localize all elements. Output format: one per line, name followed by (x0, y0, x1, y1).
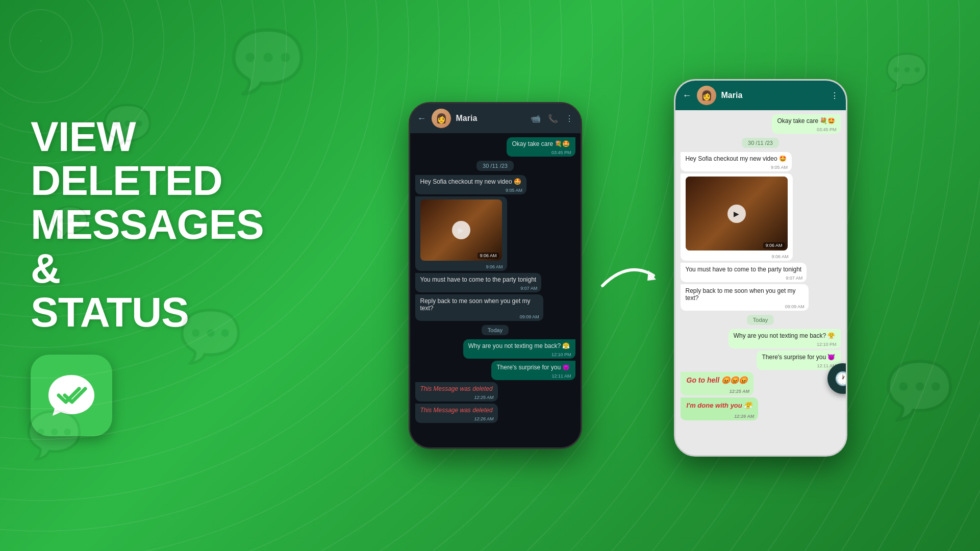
dark-msg-deleted-1: This Message was deleted 12:25 AM (415, 382, 498, 402)
light-header-icons: ⋮ (831, 91, 839, 101)
dark-today-badge: Today (482, 325, 509, 335)
light-video-duration: 9:06 AM (763, 242, 784, 248)
light-avatar: 👩 (697, 86, 716, 105)
light-video-msg: ▶ 9:06 AM 9:06 AM (681, 173, 793, 261)
light-menu-icon[interactable]: ⋮ (831, 91, 839, 101)
phones-section: ← 👩 Maria 📹 📞 ⋮ Okay take care 💐🤩 03:45 … (306, 94, 949, 457)
dark-header-icons: 📹 📞 ⋮ (531, 114, 573, 123)
light-msg-1: Okay take care 💐🤩 03:45 PM (772, 114, 840, 134)
dark-video-duration: 9:06 AM (478, 253, 498, 259)
light-msg-6: There's surprise for you 😈 12:11 AM (757, 350, 840, 370)
headline-line3: STATUS (31, 290, 286, 334)
light-date-badge: 30 /11 /23 (742, 138, 779, 148)
reveal-arrow (597, 255, 659, 296)
light-back-arrow[interactable]: ← (683, 90, 692, 101)
video-call-icon[interactable]: 📹 (531, 114, 541, 123)
dark-contact-name: Maria (456, 114, 525, 123)
light-msg-2: Hey Sofia checkout my new video 🤩 9:05 A… (681, 152, 792, 171)
headline: VIEW DELETED MESSAGES & STATUS (31, 115, 286, 334)
main-container: VIEW DELETED MESSAGES & STATUS ← 👩 Maria (0, 0, 980, 551)
light-msg-revealed-2: I'm done with you 😤 12:26 AM (681, 397, 759, 420)
dark-msg-1: Okay take care 💐🤩 03:45 PM (507, 137, 575, 157)
menu-icon[interactable]: ⋮ (565, 114, 573, 123)
light-play-btn[interactable]: ▶ (727, 205, 746, 223)
arrow-container (597, 255, 659, 296)
dark-chat-body: Okay take care 💐🤩 03:45 PM 30 /11 /23 He… (410, 133, 581, 447)
light-video-thumb[interactable]: ▶ 9:06 AM (686, 177, 788, 251)
dark-msg-2: Hey Sofia checkout my new video 🤩 9:05 A… (415, 175, 526, 194)
dark-msg-deleted-2: This Message was deleted 12:26 AM (415, 404, 498, 423)
dark-msg-6: There's surprise for you 😈 12:11 AM (491, 361, 575, 380)
light-msg-revealed-1: Go to hell 😡😡😡 12:25 AM (681, 372, 753, 395)
light-chat-body: Okay take care 💐🤩 03:45 PM 30 /11 /23 He… (675, 110, 846, 455)
light-today-badge: Today (747, 315, 774, 325)
headline-line2: MESSAGES & (31, 203, 286, 290)
light-msg-5: Why are you not texting me back? 😤 12:10… (728, 329, 841, 348)
phone-dark: ← 👩 Maria 📹 📞 ⋮ Okay take care 💐🤩 03:45 … (409, 102, 582, 449)
app-icon (31, 355, 112, 436)
light-msg-4: Reply back to me soon when you get my te… (681, 284, 809, 311)
light-chat-header: ← 👩 Maria ⋮ (675, 81, 846, 110)
headline-line1: VIEW DELETED (31, 115, 286, 203)
dark-back-arrow[interactable]: ← (417, 113, 426, 124)
dark-msg-5: Why are you not texting me back? 😤 12:10… (463, 339, 575, 359)
app-icon-svg (43, 367, 99, 423)
dark-video-thumb[interactable]: ▶ 9:06 AM (420, 199, 502, 261)
light-contact-name: Maria (721, 91, 825, 100)
dark-chat-header: ← 👩 Maria 📹 📞 ⋮ (410, 104, 581, 133)
dark-play-btn[interactable]: ▶ (452, 221, 470, 239)
call-icon[interactable]: 📞 (548, 114, 558, 123)
light-msg-3: You must have to come to the party tonig… (681, 263, 807, 282)
dark-avatar: 👩 (432, 109, 451, 128)
dark-video-msg: ▶ 9:06 AM 9:06 AM (415, 196, 507, 271)
phone-light: ← 👩 Maria ⋮ Okay take care 💐🤩 03:45 PM 3… (674, 79, 847, 457)
dark-msg-4: Reply back to me soon when you get my te… (415, 294, 543, 321)
dark-msg-3: You must have to come to the party tonig… (415, 273, 542, 292)
dark-date-badge: 30 /11 /23 (476, 161, 514, 171)
left-section: VIEW DELETED MESSAGES & STATUS (31, 115, 286, 436)
